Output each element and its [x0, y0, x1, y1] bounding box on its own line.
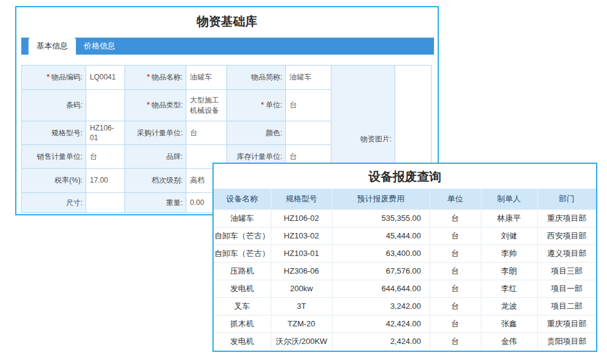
form-label-text: 物品名称 [152, 73, 183, 81]
required-asterisk: * [261, 101, 264, 109]
device-name-cell[interactable]: 自卸车（芒古） [214, 227, 271, 244]
form-value-cell [86, 193, 125, 213]
form-label-text: 库存计量单位 [237, 152, 282, 161]
department-cell: 项目二部 [537, 297, 596, 315]
scrap-table: 设备名称规格型号预计报废费用单位制单人部门 油罐车HZ106-02535,355… [214, 189, 596, 350]
form-label-text: 规格型号 [52, 129, 83, 137]
column-header: 制单人 [481, 189, 537, 209]
scrap-table-body: 油罐车HZ106-02535,355.00台林康平重庆项目部自卸车（芒古）HZ1… [214, 209, 596, 350]
device-name-cell[interactable]: 发电机 [214, 332, 271, 350]
form-label-text: 档次级别 [152, 176, 183, 184]
table-row: 叉车3T3,242.00台龙波项目二部 [214, 297, 596, 315]
device-name-cell[interactable]: 抓木机 [214, 315, 271, 332]
unit-cell: 台 [430, 332, 481, 350]
department-cell: 项目三部 [537, 262, 596, 280]
form-label-cell: 条码 [22, 90, 86, 121]
table-row: 自卸车（芒古）HZ103-0163,400.00台李帅遵义项目部 [214, 244, 596, 262]
tab-price-info[interactable]: 价格信息 [76, 38, 123, 55]
scrap-cost-cell: 644,644.00 [332, 280, 430, 297]
form-row: *物品编码LQ0041*物品名称油罐车物品简称油罐车物资图片 [22, 66, 432, 90]
creator-cell[interactable]: 张鑫 [481, 315, 537, 332]
form-label-cell: *物品名称 [125, 66, 186, 90]
form-label-text: 尺寸 [66, 198, 83, 207]
department-cell: 西安项目部 [537, 227, 596, 244]
creator-cell[interactable]: 李朗 [481, 262, 537, 280]
spec-model-cell: HZ103-02 [271, 227, 332, 244]
unit-cell: 台 [430, 315, 481, 332]
device-name-cell[interactable]: 油罐车 [214, 209, 271, 227]
form-value-cell: 台 [86, 145, 125, 169]
device-name-cell[interactable]: 发电机 [214, 280, 271, 297]
unit-cell: 台 [430, 227, 481, 244]
column-header: 设备名称 [214, 189, 271, 209]
form-label-text: 采购计量单位 [137, 129, 183, 137]
form-label-cell: 档次级别 [125, 169, 186, 193]
column-header: 单位 [430, 189, 481, 209]
creator-cell[interactable]: 龙波 [481, 297, 537, 315]
form-label-cell: 颜色 [227, 121, 286, 145]
device-name-cell[interactable]: 自卸车（芒古） [214, 244, 271, 262]
unit-cell: 台 [430, 280, 481, 297]
scrap-table-header-row: 设备名称规格型号预计报废费用单位制单人部门 [214, 189, 596, 209]
department-cell: 重庆项目部 [537, 209, 596, 227]
material-image-label-text: 物资图片 [361, 135, 392, 143]
required-asterisk: * [147, 101, 150, 109]
unit-cell: 台 [430, 244, 481, 262]
spec-model-cell: HZ106-02 [271, 209, 332, 227]
table-row: 抓木机TZM-2042,424.00台张鑫重庆项目部 [214, 315, 596, 332]
creator-cell[interactable]: 李红 [481, 280, 537, 297]
form-label-cell: 规格型号 [22, 121, 86, 145]
unit-cell: 台 [430, 297, 481, 315]
column-header: 预计报废费用 [332, 189, 430, 209]
form-value-cell: 大型施工机械设备 [186, 90, 227, 121]
creator-cell[interactable]: 李帅 [481, 244, 537, 262]
form-label-text: 税率(%) [55, 176, 83, 184]
spec-model-cell: 200kw [271, 280, 332, 297]
page: 物资基础库 基本信息 价格信息 *物品编码LQ0041*物品名称油罐车物品简称油… [0, 0, 607, 364]
department-cell: 重庆项目部 [537, 315, 596, 332]
table-row: 油罐车HZ106-02535,355.00台林康平重庆项目部 [214, 209, 596, 227]
form-label-cell: 税率(%) [22, 169, 86, 193]
scrap-cost-cell: 63,400.00 [332, 244, 430, 262]
form-label-cell: *物品编码 [22, 66, 86, 90]
spec-model-cell: 3T [271, 297, 332, 315]
table-row: 压路机HZ306-0667,576.00台李朗项目三部 [214, 262, 596, 280]
table-row: 发电机200kw644,644.00台李红项目一部 [214, 280, 596, 297]
form-label-cell: *物品类型 [125, 90, 186, 121]
unit-cell: 台 [430, 262, 481, 280]
form-label-text: 重量 [166, 198, 183, 207]
form-label-text: 物品类型 [152, 101, 183, 109]
department-cell: 贵阳项目部 [537, 332, 596, 350]
table-row: 发电机沃尔沃/200KW2,424.00台金伟贵阳项目部 [214, 332, 596, 350]
scrap-cost-cell: 535,355.00 [332, 209, 430, 227]
spec-model-cell: TZM-20 [271, 315, 332, 332]
form-value-cell: 油罐车 [286, 66, 331, 90]
form-label-cell: 尺寸 [22, 193, 86, 213]
form-value-cell: 油罐车 [186, 66, 227, 90]
creator-cell[interactable]: 刘健 [481, 227, 537, 244]
form-label-text: 品牌 [166, 152, 183, 161]
unit-cell: 台 [430, 209, 481, 227]
required-asterisk: * [147, 73, 150, 81]
form-value-cell: 17.00 [86, 169, 125, 193]
form-label-text: 单位 [266, 101, 282, 109]
creator-cell[interactable]: 金伟 [481, 332, 537, 350]
scrap-panel-title: 设备报废查询 [214, 169, 596, 185]
form-label-cell: 品牌 [125, 145, 186, 169]
required-asterisk: * [47, 73, 50, 81]
device-name-cell[interactable]: 叉车 [214, 297, 271, 315]
form-value-cell: 台 [286, 90, 331, 121]
form-value-cell: 台 [186, 121, 227, 145]
scrap-cost-cell: 45,444.00 [332, 227, 430, 244]
device-name-cell[interactable]: 压路机 [214, 262, 271, 280]
spec-model-cell: HZ306-06 [271, 262, 332, 280]
tab-basic-info[interactable]: 基本信息 [29, 38, 76, 55]
form-label-text: 颜色 [266, 129, 282, 137]
column-header: 部门 [537, 189, 596, 209]
creator-cell[interactable]: 林康平 [481, 209, 537, 227]
scrap-cost-cell: 3,242.00 [332, 297, 430, 315]
department-cell: 遵义项目部 [537, 244, 596, 262]
scrap-cost-cell: 2,424.00 [332, 332, 430, 350]
form-value-cell [286, 121, 331, 145]
scrap-cost-cell: 67,576.00 [332, 262, 430, 280]
